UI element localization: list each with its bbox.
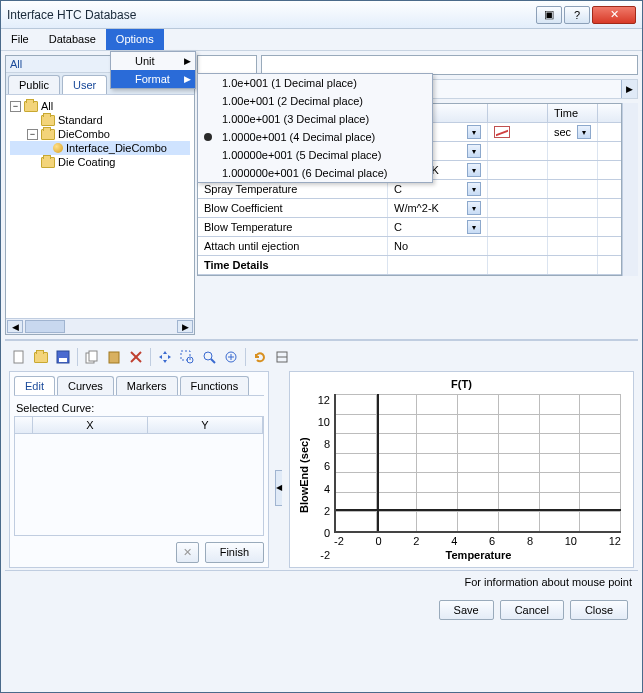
tree-node-diecombo[interactable]: − DieCombo (10, 127, 190, 141)
collapse-handle[interactable]: ◀ (275, 470, 282, 506)
curve-toolbar (5, 345, 638, 369)
cell-spark[interactable] (488, 123, 548, 141)
tree-node-label: DieCombo (58, 128, 110, 140)
prop-name: Blow Coefficient (198, 199, 388, 217)
tick: 8 (312, 438, 330, 450)
scroll-track[interactable] (66, 319, 176, 334)
submenu-format[interactable]: Format▶ (111, 70, 195, 88)
chevron-down-icon[interactable]: ▾ (467, 201, 481, 215)
chart-xticks: -2 0 2 4 6 8 10 12 (334, 535, 621, 547)
splitter-h[interactable] (5, 339, 638, 341)
tick: 2 (413, 535, 419, 547)
delete-button[interactable] (126, 347, 146, 367)
cell-time-unit[interactable]: sec▾ (548, 123, 598, 141)
chevron-down-icon[interactable]: ▾ (577, 125, 591, 139)
format-option-6[interactable]: 1.000000e+001 (6 Decimal place) (198, 164, 432, 182)
prop-unit-cell[interactable]: C▾ (388, 218, 488, 236)
submenu-format-label: Format (135, 73, 170, 85)
tree-root[interactable]: − All (10, 99, 190, 113)
menu-file[interactable]: File (1, 29, 39, 50)
grid-row: Blow Coefficient W/m^2-K▾ (198, 199, 621, 218)
collapse-icon[interactable]: − (10, 101, 21, 112)
tree-scrollbar-x[interactable]: ◀ ▶ (6, 318, 194, 334)
fit-button[interactable] (221, 347, 241, 367)
close-window-button[interactable]: ✕ (592, 6, 636, 24)
chevron-down-icon[interactable]: ▾ (467, 220, 481, 234)
save-button[interactable]: Save (439, 600, 494, 620)
tab-markers[interactable]: Markers (116, 376, 178, 395)
name-value-box[interactable] (261, 55, 638, 75)
collapse-icon[interactable]: − (27, 129, 38, 140)
col-value (488, 104, 548, 122)
move-button[interactable] (155, 347, 175, 367)
format-option-label: 1.000e+001 (3 Decimal place) (222, 113, 369, 125)
tree-node-standard[interactable]: Standard (10, 113, 190, 127)
zoom-button[interactable] (199, 347, 219, 367)
cell-value: W/m^2-K (394, 202, 439, 214)
settings-button[interactable] (272, 347, 292, 367)
tree-tab-public[interactable]: Public (8, 75, 60, 94)
paste-button[interactable] (104, 347, 124, 367)
tree-node-diecoating[interactable]: Die Coating (10, 155, 190, 169)
grid-scrollbar-y[interactable] (622, 103, 638, 276)
tree-node-interface-diecombo[interactable]: Interface_DieCombo (10, 141, 190, 155)
format-option-2[interactable]: 1.00e+001 (2 Decimal place) (198, 92, 432, 110)
tick: 12 (312, 394, 330, 406)
tick: 0 (312, 527, 330, 539)
name-label-box (197, 55, 257, 75)
tab-functions[interactable]: Functions (180, 376, 250, 395)
tick: 4 (312, 483, 330, 495)
svg-rect-2 (59, 358, 67, 362)
menu-options[interactable]: Options (106, 29, 164, 50)
scroll-thumb[interactable] (25, 320, 65, 333)
chevron-down-icon[interactable]: ▾ (467, 182, 481, 196)
close-button[interactable]: Close (570, 600, 628, 620)
open-button[interactable] (31, 347, 51, 367)
grid-row: Attach until ejection No (198, 237, 621, 256)
selected-curve-label: Selected Curve: (16, 402, 262, 414)
format-option-4[interactable]: 1.0000e+001 (4 Decimal place) (198, 128, 432, 146)
format-option-3[interactable]: 1.000e+001 (3 Decimal place) (198, 110, 432, 128)
delete-row-button[interactable]: ✕ (176, 542, 199, 563)
chart-plot-area[interactable] (334, 394, 621, 533)
tree-panel: All Public User − All Standard (5, 55, 195, 335)
chevron-right-icon: ▶ (184, 56, 191, 66)
scroll-right-icon[interactable]: ▶ (621, 80, 637, 98)
xy-grid[interactable]: X Y (14, 416, 264, 536)
new-button[interactable] (9, 347, 29, 367)
format-option-1[interactable]: 1.0e+001 (1 Decimal place) (198, 74, 432, 92)
svg-line-11 (211, 359, 215, 363)
tick: -2 (312, 549, 330, 561)
prop-unit-cell[interactable]: W/m^2-K▾ (388, 199, 488, 217)
col-time: Time (548, 104, 598, 122)
prop-value: No (388, 237, 488, 255)
restore-button[interactable]: ▣ (536, 6, 562, 24)
menu-database[interactable]: Database (39, 29, 106, 50)
help-button[interactable]: ? (564, 6, 590, 24)
submenu-unit[interactable]: Unit▶ (111, 52, 195, 70)
reset-button[interactable] (250, 347, 270, 367)
format-option-5[interactable]: 1.00000e+001 (5 Decimal place) (198, 146, 432, 164)
chevron-down-icon[interactable]: ▾ (467, 125, 481, 139)
tab-curves[interactable]: Curves (57, 376, 114, 395)
copy-button[interactable] (82, 347, 102, 367)
zoom-area-button[interactable] (177, 347, 197, 367)
scroll-left-icon[interactable]: ◀ (7, 320, 23, 333)
prop-name: Time Details (198, 256, 388, 274)
finish-button[interactable]: Finish (205, 542, 264, 563)
scroll-right-icon[interactable]: ▶ (177, 320, 193, 333)
format-option-label: 1.0e+001 (1 Decimal place) (222, 77, 357, 89)
tree-tab-user[interactable]: User (62, 75, 107, 94)
chevron-down-icon[interactable]: ▾ (467, 144, 481, 158)
tick: 0 (376, 535, 382, 547)
tick: 4 (451, 535, 457, 547)
tab-edit[interactable]: Edit (14, 376, 55, 395)
tree-body[interactable]: − All Standard − DieCombo (6, 95, 194, 318)
menubar: File Database Options (1, 29, 642, 51)
save-button[interactable] (53, 347, 73, 367)
close-icon: ✕ (610, 8, 619, 21)
chart-yticks: -2 0 2 4 6 8 10 12 (312, 394, 330, 561)
cancel-button[interactable]: Cancel (500, 600, 564, 620)
edit-panel: Edit Curves Markers Functions Selected C… (9, 371, 269, 568)
chevron-down-icon[interactable]: ▾ (467, 163, 481, 177)
